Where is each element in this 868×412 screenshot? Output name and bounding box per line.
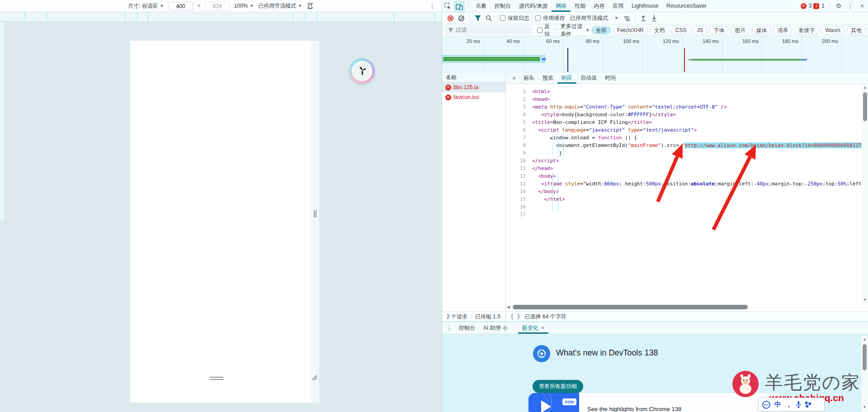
code-vertical-scrollbar[interactable]: ▲ ▼ bbox=[862, 84, 868, 303]
network-conditions-icon[interactable] bbox=[621, 12, 632, 24]
issues-icon[interactable]: ! bbox=[813, 3, 819, 9]
close-request-details-icon[interactable]: × bbox=[509, 72, 519, 84]
devtools-menu-kebab-icon[interactable]: ⋮ bbox=[845, 0, 856, 12]
throttle-select[interactable]: 已停用节流模式 ▼ bbox=[258, 2, 302, 10]
zoom-select[interactable]: 100% ▼ bbox=[234, 3, 254, 9]
throttling-select[interactable]: 已停用节流模式 ▼ bbox=[570, 14, 618, 22]
request-row[interactable]: ✕ favicon.ico bbox=[442, 92, 505, 102]
device-toolbar-menu-kebab-icon[interactable]: ⋮ bbox=[429, 3, 435, 9]
device-dimensions-select[interactable]: 尺寸: 自适应 ▼ bbox=[128, 2, 164, 10]
preserve-log-checkbox[interactable]: 保留日志 bbox=[500, 14, 529, 22]
tab-timing[interactable]: 时间 bbox=[601, 72, 620, 84]
code-horizontal-scrollbar[interactable]: ◀ bbox=[507, 304, 861, 310]
tab-network[interactable]: 网络 bbox=[552, 0, 571, 12]
scroll-down-icon[interactable]: ▼ bbox=[862, 297, 868, 303]
request-list-header[interactable]: 名称 bbox=[442, 72, 505, 82]
code-line[interactable]: 13 <iframe style="width:860px; height:50… bbox=[506, 180, 868, 188]
tab-headers[interactable]: 标头 bbox=[519, 72, 538, 84]
code-line[interactable]: 9 } bbox=[506, 149, 868, 157]
code-line[interactable]: 7 window.onload = function () { bbox=[506, 134, 868, 142]
highlights-card[interactable]: new See the highlights from Chrome 138 bbox=[528, 393, 781, 412]
code-line[interactable]: 12 <body> bbox=[506, 172, 868, 180]
video-thumbnail[interactable]: new bbox=[528, 393, 579, 412]
filter-chip[interactable]: Wasm bbox=[821, 26, 844, 34]
tab-elements[interactable]: 元素 bbox=[472, 0, 491, 12]
tab-console[interactable]: 控制台 bbox=[491, 0, 515, 12]
tab-sources[interactable]: 源代码/来源 bbox=[515, 0, 552, 12]
clear-network-log-icon[interactable] bbox=[456, 12, 467, 24]
import-har-icon[interactable] bbox=[638, 12, 649, 24]
device-toolbar-toggle-icon[interactable] bbox=[454, 1, 465, 13]
disable-cache-checkbox[interactable]: 停用缓存 bbox=[535, 14, 565, 22]
ime-grid-icon[interactable] bbox=[805, 402, 811, 407]
code-line[interactable]: 1<html> bbox=[506, 88, 868, 95]
code-line[interactable]: 14 </body> bbox=[506, 188, 868, 195]
ime-toolbar[interactable]: iFLY 中 ， bbox=[758, 398, 825, 412]
filter-chip[interactable]: 媒体 bbox=[752, 26, 771, 34]
close-devtools-icon[interactable]: × bbox=[857, 0, 868, 12]
export-har-icon[interactable] bbox=[649, 12, 660, 24]
code-line[interactable]: 15 </html> bbox=[506, 195, 868, 203]
ime-punctuation-toggle[interactable]: ， bbox=[785, 400, 792, 409]
settings-gear-icon[interactable]: ⚙ bbox=[833, 0, 844, 12]
network-overview-timeline[interactable]: 20 ms 40 ms 60 ms 80 ms 100 ms 120 ms 14… bbox=[442, 36, 868, 72]
request-row[interactable]: ✕ bbs.125.la bbox=[442, 82, 505, 92]
filter-chip[interactable]: 清单 bbox=[773, 26, 792, 34]
tab-response[interactable]: 响应 bbox=[557, 72, 576, 84]
tab-preview[interactable]: 预览 bbox=[538, 72, 557, 84]
code-line[interactable]: 4 <style>body{background-color:#FFFFFF}<… bbox=[506, 111, 868, 118]
drawer-scrollbar[interactable]: ▲ ▼ bbox=[861, 336, 868, 412]
scroll-up-icon[interactable]: ▲ bbox=[861, 336, 868, 342]
invert-checkbox[interactable]: 反转 bbox=[537, 23, 551, 38]
tab-memory[interactable]: 内存 bbox=[590, 0, 609, 12]
tab-application[interactable]: 应用 bbox=[609, 0, 627, 12]
page-scrollbar[interactable] bbox=[311, 41, 319, 403]
resize-handle-bottom[interactable] bbox=[210, 377, 223, 380]
scroll-down-icon[interactable]: ▼ bbox=[861, 404, 868, 410]
ime-language-toggle[interactable]: 中 bbox=[774, 400, 781, 409]
console-errors-icon[interactable]: ✕ bbox=[801, 3, 807, 9]
code-line[interactable]: 8 document.getElementById("mainFrame").s… bbox=[506, 142, 868, 149]
tab-resourcessaver[interactable]: ResourcesSaver bbox=[662, 0, 711, 12]
code-line[interactable]: 17 bbox=[506, 211, 868, 218]
code-line[interactable]: 10</script> bbox=[506, 157, 868, 165]
tab-performance[interactable]: 性能 bbox=[571, 0, 590, 12]
resize-handle-corner[interactable] bbox=[311, 374, 317, 380]
see-all-features-button[interactable]: 查看所有新功能 bbox=[533, 380, 583, 393]
code-line[interactable]: 16 bbox=[506, 203, 868, 211]
tab-lighthouse[interactable]: Lighthouse bbox=[627, 0, 662, 12]
filter-chip[interactable]: 字体 bbox=[709, 26, 728, 34]
drawer-tab-whats-new[interactable]: 新变化 × bbox=[518, 322, 548, 334]
code-line[interactable]: 6 <script language="javascript" type="te… bbox=[506, 126, 868, 134]
floating-extension-icon[interactable] bbox=[349, 58, 375, 84]
code-lines[interactable]: 1<html>2<head>3<meta http-equiv="Content… bbox=[506, 84, 868, 218]
viewport-height-input[interactable]: 824 bbox=[205, 2, 230, 10]
record-network-log-icon[interactable] bbox=[445, 12, 456, 24]
more-filters-select[interactable]: 更多过滤条件▼ bbox=[561, 23, 590, 38]
resize-handle-right[interactable] bbox=[314, 210, 316, 219]
ime-mic-icon[interactable] bbox=[796, 401, 801, 408]
filter-chip[interactable]: 文档 bbox=[650, 26, 669, 34]
scroll-up-icon[interactable]: ▲ bbox=[862, 84, 868, 90]
code-line[interactable]: 11</head> bbox=[506, 165, 868, 172]
ifly-logo-icon[interactable]: iFLY bbox=[762, 401, 770, 409]
drawer-menu-kebab-icon[interactable]: ⋮ bbox=[444, 322, 455, 334]
tab-initiator[interactable]: 启动器 bbox=[576, 72, 601, 84]
scroll-left-icon[interactable]: ◀ bbox=[507, 304, 510, 310]
code-line[interactable]: 3<meta http-equiv="Content-Type" content… bbox=[506, 103, 868, 111]
filter-chip[interactable]: Fetch/XHR bbox=[613, 26, 648, 34]
filter-chip[interactable]: CSS bbox=[671, 26, 691, 34]
code-line[interactable]: 2<head> bbox=[506, 95, 868, 103]
viewport-width-input[interactable]: 400 bbox=[169, 2, 193, 10]
filter-chip[interactable]: JS bbox=[693, 26, 707, 34]
filter-chip[interactable]: 套接字 bbox=[794, 26, 819, 34]
filter-chip[interactable]: 全部 bbox=[592, 26, 611, 34]
rotate-icon[interactable] bbox=[307, 3, 314, 9]
filter-input[interactable]: 过滤 bbox=[445, 26, 533, 34]
filter-chip[interactable]: 其他 bbox=[847, 26, 866, 34]
pretty-print-icon[interactable]: { } bbox=[510, 313, 520, 320]
drawer-tab-ai-assistant[interactable]: AI 助理 bbox=[479, 322, 512, 334]
search-icon[interactable] bbox=[483, 12, 494, 24]
filter-chip[interactable]: 图片 bbox=[731, 26, 750, 34]
page-viewport[interactable] bbox=[130, 41, 311, 403]
